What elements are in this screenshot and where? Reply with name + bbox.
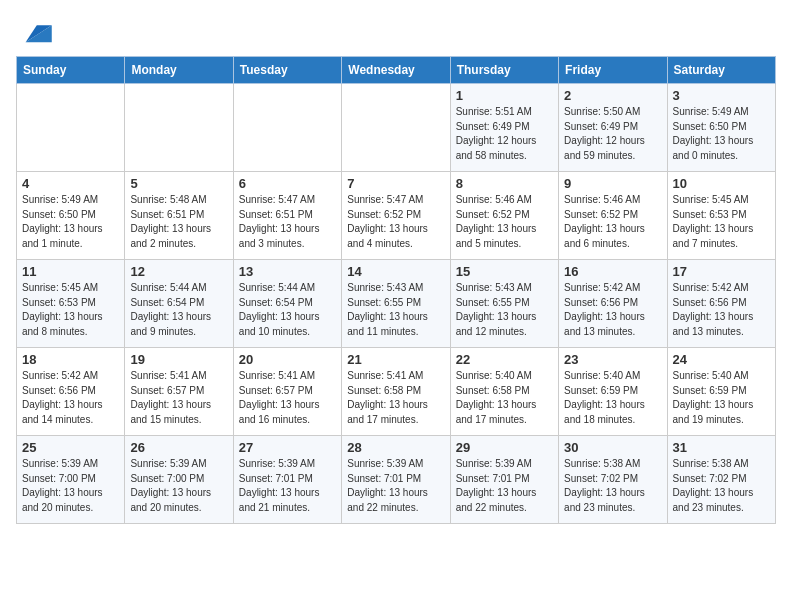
- calendar-cell: [342, 84, 450, 172]
- calendar-cell: 30Sunrise: 5:38 AMSunset: 7:02 PMDayligh…: [559, 436, 667, 524]
- day-number: 11: [22, 264, 119, 279]
- day-info: Sunrise: 5:39 AMSunset: 7:01 PMDaylight:…: [347, 457, 444, 515]
- calendar-cell: 23Sunrise: 5:40 AMSunset: 6:59 PMDayligh…: [559, 348, 667, 436]
- day-info: Sunrise: 5:41 AMSunset: 6:57 PMDaylight:…: [239, 369, 336, 427]
- day-info: Sunrise: 5:42 AMSunset: 6:56 PMDaylight:…: [22, 369, 119, 427]
- calendar-body: 1Sunrise: 5:51 AMSunset: 6:49 PMDaylight…: [17, 84, 776, 524]
- calendar-cell: 18Sunrise: 5:42 AMSunset: 6:56 PMDayligh…: [17, 348, 125, 436]
- day-info: Sunrise: 5:50 AMSunset: 6:49 PMDaylight:…: [564, 105, 661, 163]
- calendar-cell: 3Sunrise: 5:49 AMSunset: 6:50 PMDaylight…: [667, 84, 775, 172]
- day-number: 2: [564, 88, 661, 103]
- calendar-cell: 25Sunrise: 5:39 AMSunset: 7:00 PMDayligh…: [17, 436, 125, 524]
- calendar-week-5: 25Sunrise: 5:39 AMSunset: 7:00 PMDayligh…: [17, 436, 776, 524]
- day-number: 4: [22, 176, 119, 191]
- day-info: Sunrise: 5:49 AMSunset: 6:50 PMDaylight:…: [22, 193, 119, 251]
- page-header: [16, 16, 776, 44]
- weekday-header-saturday: Saturday: [667, 57, 775, 84]
- calendar-cell: [17, 84, 125, 172]
- calendar-cell: 15Sunrise: 5:43 AMSunset: 6:55 PMDayligh…: [450, 260, 558, 348]
- day-number: 23: [564, 352, 661, 367]
- day-info: Sunrise: 5:47 AMSunset: 6:52 PMDaylight:…: [347, 193, 444, 251]
- calendar-cell: 16Sunrise: 5:42 AMSunset: 6:56 PMDayligh…: [559, 260, 667, 348]
- day-info: Sunrise: 5:49 AMSunset: 6:50 PMDaylight:…: [673, 105, 770, 163]
- day-number: 6: [239, 176, 336, 191]
- day-info: Sunrise: 5:45 AMSunset: 6:53 PMDaylight:…: [22, 281, 119, 339]
- weekday-header-monday: Monday: [125, 57, 233, 84]
- day-info: Sunrise: 5:51 AMSunset: 6:49 PMDaylight:…: [456, 105, 553, 163]
- day-number: 26: [130, 440, 227, 455]
- day-info: Sunrise: 5:42 AMSunset: 6:56 PMDaylight:…: [673, 281, 770, 339]
- day-number: 5: [130, 176, 227, 191]
- day-number: 15: [456, 264, 553, 279]
- day-info: Sunrise: 5:43 AMSunset: 6:55 PMDaylight:…: [347, 281, 444, 339]
- calendar-table: SundayMondayTuesdayWednesdayThursdayFrid…: [16, 56, 776, 524]
- day-number: 7: [347, 176, 444, 191]
- calendar-cell: 26Sunrise: 5:39 AMSunset: 7:00 PMDayligh…: [125, 436, 233, 524]
- day-info: Sunrise: 5:44 AMSunset: 6:54 PMDaylight:…: [239, 281, 336, 339]
- calendar-cell: [233, 84, 341, 172]
- day-info: Sunrise: 5:39 AMSunset: 7:01 PMDaylight:…: [239, 457, 336, 515]
- day-info: Sunrise: 5:40 AMSunset: 6:58 PMDaylight:…: [456, 369, 553, 427]
- weekday-header-tuesday: Tuesday: [233, 57, 341, 84]
- weekday-header-thursday: Thursday: [450, 57, 558, 84]
- day-number: 20: [239, 352, 336, 367]
- day-number: 16: [564, 264, 661, 279]
- calendar-cell: 17Sunrise: 5:42 AMSunset: 6:56 PMDayligh…: [667, 260, 775, 348]
- day-number: 27: [239, 440, 336, 455]
- calendar-cell: 10Sunrise: 5:45 AMSunset: 6:53 PMDayligh…: [667, 172, 775, 260]
- weekday-header-sunday: Sunday: [17, 57, 125, 84]
- calendar-week-1: 1Sunrise: 5:51 AMSunset: 6:49 PMDaylight…: [17, 84, 776, 172]
- calendar-cell: 1Sunrise: 5:51 AMSunset: 6:49 PMDaylight…: [450, 84, 558, 172]
- calendar-cell: 13Sunrise: 5:44 AMSunset: 6:54 PMDayligh…: [233, 260, 341, 348]
- calendar-cell: 4Sunrise: 5:49 AMSunset: 6:50 PMDaylight…: [17, 172, 125, 260]
- day-number: 3: [673, 88, 770, 103]
- day-info: Sunrise: 5:44 AMSunset: 6:54 PMDaylight:…: [130, 281, 227, 339]
- day-number: 17: [673, 264, 770, 279]
- day-number: 24: [673, 352, 770, 367]
- calendar-cell: 29Sunrise: 5:39 AMSunset: 7:01 PMDayligh…: [450, 436, 558, 524]
- calendar-cell: 11Sunrise: 5:45 AMSunset: 6:53 PMDayligh…: [17, 260, 125, 348]
- day-number: 8: [456, 176, 553, 191]
- calendar-cell: 21Sunrise: 5:41 AMSunset: 6:58 PMDayligh…: [342, 348, 450, 436]
- day-info: Sunrise: 5:42 AMSunset: 6:56 PMDaylight:…: [564, 281, 661, 339]
- day-info: Sunrise: 5:40 AMSunset: 6:59 PMDaylight:…: [564, 369, 661, 427]
- weekday-header-wednesday: Wednesday: [342, 57, 450, 84]
- day-info: Sunrise: 5:46 AMSunset: 6:52 PMDaylight:…: [564, 193, 661, 251]
- day-number: 12: [130, 264, 227, 279]
- day-number: 14: [347, 264, 444, 279]
- day-number: 13: [239, 264, 336, 279]
- day-info: Sunrise: 5:46 AMSunset: 6:52 PMDaylight:…: [456, 193, 553, 251]
- day-number: 22: [456, 352, 553, 367]
- calendar-cell: 9Sunrise: 5:46 AMSunset: 6:52 PMDaylight…: [559, 172, 667, 260]
- day-number: 30: [564, 440, 661, 455]
- day-info: Sunrise: 5:39 AMSunset: 7:00 PMDaylight:…: [22, 457, 119, 515]
- day-info: Sunrise: 5:38 AMSunset: 7:02 PMDaylight:…: [673, 457, 770, 515]
- day-info: Sunrise: 5:41 AMSunset: 6:58 PMDaylight:…: [347, 369, 444, 427]
- day-info: Sunrise: 5:38 AMSunset: 7:02 PMDaylight:…: [564, 457, 661, 515]
- calendar-cell: 24Sunrise: 5:40 AMSunset: 6:59 PMDayligh…: [667, 348, 775, 436]
- calendar-cell: 7Sunrise: 5:47 AMSunset: 6:52 PMDaylight…: [342, 172, 450, 260]
- day-number: 10: [673, 176, 770, 191]
- day-info: Sunrise: 5:41 AMSunset: 6:57 PMDaylight:…: [130, 369, 227, 427]
- logo-icon: [16, 16, 52, 44]
- day-number: 25: [22, 440, 119, 455]
- day-number: 18: [22, 352, 119, 367]
- day-info: Sunrise: 5:43 AMSunset: 6:55 PMDaylight:…: [456, 281, 553, 339]
- day-number: 1: [456, 88, 553, 103]
- calendar-cell: 19Sunrise: 5:41 AMSunset: 6:57 PMDayligh…: [125, 348, 233, 436]
- day-number: 31: [673, 440, 770, 455]
- day-info: Sunrise: 5:40 AMSunset: 6:59 PMDaylight:…: [673, 369, 770, 427]
- calendar-week-3: 11Sunrise: 5:45 AMSunset: 6:53 PMDayligh…: [17, 260, 776, 348]
- day-info: Sunrise: 5:39 AMSunset: 7:00 PMDaylight:…: [130, 457, 227, 515]
- calendar-cell: 31Sunrise: 5:38 AMSunset: 7:02 PMDayligh…: [667, 436, 775, 524]
- calendar-cell: 12Sunrise: 5:44 AMSunset: 6:54 PMDayligh…: [125, 260, 233, 348]
- day-number: 29: [456, 440, 553, 455]
- calendar-cell: 27Sunrise: 5:39 AMSunset: 7:01 PMDayligh…: [233, 436, 341, 524]
- calendar-week-4: 18Sunrise: 5:42 AMSunset: 6:56 PMDayligh…: [17, 348, 776, 436]
- day-info: Sunrise: 5:47 AMSunset: 6:51 PMDaylight:…: [239, 193, 336, 251]
- calendar-cell: 14Sunrise: 5:43 AMSunset: 6:55 PMDayligh…: [342, 260, 450, 348]
- calendar-cell: 5Sunrise: 5:48 AMSunset: 6:51 PMDaylight…: [125, 172, 233, 260]
- day-number: 21: [347, 352, 444, 367]
- calendar-cell: 2Sunrise: 5:50 AMSunset: 6:49 PMDaylight…: [559, 84, 667, 172]
- day-number: 9: [564, 176, 661, 191]
